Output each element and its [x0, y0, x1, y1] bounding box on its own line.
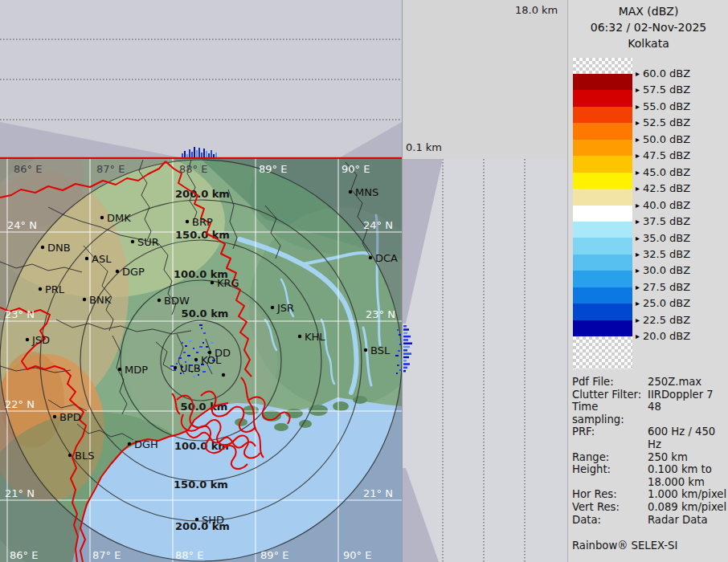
- echo-pixel: [397, 364, 399, 366]
- dbz-level-label: 32.5 dBZ: [636, 248, 690, 260]
- metadata-label: Hor Res:: [572, 488, 648, 501]
- city-dot: [41, 246, 44, 249]
- metadata-row: Pdf File:250Z.max: [572, 376, 727, 389]
- dbz-level-label: 37.5 dBZ: [636, 215, 690, 227]
- scan-envelope-wedge: [403, 468, 439, 562]
- metadata-row: Range:250 km: [572, 451, 727, 464]
- echo-pixel: [176, 363, 178, 364]
- city-label: BDW: [164, 295, 190, 307]
- dbz-level-label: 45.0 dBZ: [636, 166, 690, 178]
- city-label: DCA: [375, 252, 398, 264]
- legend-panel: MAX (dBZ) 06:32 / 02-Nov-2025 Kolkata 60…: [567, 0, 728, 562]
- scan-envelope-wedge: [403, 159, 443, 324]
- city-dot: [211, 281, 214, 284]
- metadata-value: 250Z.max: [648, 376, 701, 389]
- top-cross-section-panel: [0, 0, 403, 159]
- metadata-label: Range:: [572, 451, 648, 464]
- height-axis-max-label: 18.0 km: [515, 4, 558, 16]
- metadata-value: 0.100 km to 18.000 km: [648, 463, 712, 488]
- city-dot: [39, 287, 42, 291]
- height-axis-min-label: 0.1 km: [406, 141, 442, 153]
- city-dot: [349, 190, 352, 193]
- metadata-row: Vert Res:0.089 km/pixel: [572, 501, 727, 514]
- city-dot: [298, 335, 301, 338]
- dbz-level-label: 25.0 dBZ: [636, 297, 690, 309]
- city-label: BNK: [89, 294, 112, 306]
- echo-spike: [403, 339, 408, 341]
- echo-pixel: [174, 369, 176, 371]
- metadata-label: Vert Res:: [572, 501, 648, 514]
- radar-map[interactable]: 200.0 km150.0 km100.0 km50.0 km50.0 km10…: [0, 159, 402, 562]
- echo-pixel: [397, 329, 399, 331]
- echo-spike: [403, 360, 407, 362]
- range-ring-label: 150.0 km: [175, 229, 230, 241]
- city-label: SHD: [202, 514, 224, 526]
- latlon-label: 88° E: [175, 549, 203, 561]
- echo-spike: [403, 367, 407, 369]
- range-ring-label: 50.0 km: [182, 307, 229, 320]
- latlon-label: 89° E: [259, 163, 287, 175]
- city-label: BLS: [75, 450, 94, 462]
- range-ring-label: 50.0 km: [181, 401, 228, 413]
- metadata-value: 250 km: [648, 451, 688, 464]
- metadata-value: IIRDoppler 7: [648, 389, 714, 401]
- scan-envelope-wedge: [337, 122, 402, 159]
- city-dot: [369, 256, 372, 259]
- echo-spike: [403, 328, 409, 331]
- metadata-row: Time sampling:48: [572, 401, 727, 426]
- right-cross-section-canvas: [403, 159, 568, 562]
- echo-pixel: [398, 350, 400, 352]
- metadata-label: Height:: [572, 463, 648, 488]
- echo-spike: [191, 152, 193, 157]
- dbz-level-label: 22.5 dBZ: [636, 314, 690, 326]
- latlon-label: 21° N: [363, 487, 393, 499]
- echo-pixel: [399, 334, 401, 336]
- radar-display-window: 18.0 km 0.1 km: [0, 0, 728, 562]
- dbz-level-labels: 60.0 dBZ57.5 dBZ55.0 dBZ52.5 dBZ50.0 dBZ…: [568, 0, 728, 369]
- echo-profile-spikes: [403, 325, 412, 372]
- city-label: MNS: [355, 186, 378, 198]
- dbz-level-label: 57.5 dBZ: [636, 83, 690, 96]
- echo-pixel: [187, 355, 190, 356]
- echo-pixel: [396, 339, 399, 340]
- metadata-value: Radar Data: [648, 514, 708, 527]
- echo-pixel: [199, 346, 202, 348]
- metadata-value: 600 Hz / 450 Hz: [648, 426, 727, 450]
- city-dot: [222, 373, 225, 377]
- echo-spike: [203, 149, 205, 157]
- city-label: BSL: [370, 344, 391, 356]
- city-dot: [116, 270, 119, 273]
- right-cross-section-panel: [402, 159, 568, 562]
- latlon-label: 21° N: [5, 487, 35, 499]
- echo-pixel: [199, 324, 202, 326]
- dbz-level-label: 20.0 dBZ: [636, 330, 690, 342]
- city-label: DGP: [122, 266, 145, 278]
- scan-envelope-wedge: [0, 122, 187, 159]
- city-label: BRP: [192, 216, 213, 228]
- radar-map-canvas[interactable]: 200.0 km150.0 km100.0 km50.0 km50.0 km10…: [0, 159, 402, 562]
- metadata-label: Data:: [572, 514, 648, 527]
- latlon-label: 23° N: [5, 308, 35, 320]
- latlon-label: 22° N: [5, 398, 35, 410]
- city-dot: [157, 299, 161, 302]
- echo-pixel: [209, 366, 211, 368]
- software-trademark: Rainbow® SELEX-SI: [572, 540, 727, 552]
- city-label: ASL: [92, 253, 112, 265]
- city-dot: [85, 257, 88, 260]
- city-dot: [100, 216, 104, 219]
- echo-pixel: [185, 345, 187, 347]
- city-label: DGH: [134, 438, 158, 450]
- metadata-value: 48: [648, 401, 661, 426]
- latlon-label: 86° E: [14, 163, 42, 175]
- city-label: KOL: [201, 354, 222, 366]
- echo-spike: [196, 150, 198, 157]
- echo-spike: [201, 153, 202, 157]
- echo-pixel: [202, 342, 204, 344]
- echo-spike: [182, 153, 183, 157]
- city-label: BPD: [59, 411, 81, 423]
- latlon-label: 90° E: [342, 163, 370, 175]
- latlon-label: 88° E: [179, 163, 207, 175]
- latlon-label: 86° E: [10, 549, 38, 561]
- city-label: ULB: [180, 362, 201, 374]
- city-label: SUR: [137, 236, 159, 248]
